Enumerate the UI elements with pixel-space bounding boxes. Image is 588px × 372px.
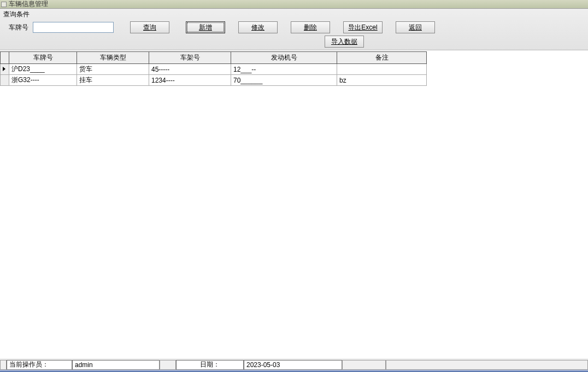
cell-engine[interactable]: 70______: [231, 75, 337, 86]
plate-input[interactable]: [33, 22, 114, 33]
col-header-type[interactable]: 车辆类型: [77, 52, 149, 64]
cell-remark[interactable]: bz: [337, 75, 427, 86]
delete-button[interactable]: 删除: [291, 21, 330, 33]
col-header-plate[interactable]: 车牌号: [9, 52, 77, 64]
row-selector-header: [1, 52, 9, 64]
table-row[interactable]: 浙G32---- 挂车 1234---- 70______ bz: [1, 75, 427, 86]
status-spacer: [160, 360, 176, 370]
export-button[interactable]: 导出Excel: [343, 21, 383, 33]
current-row-icon: [3, 67, 5, 71]
cell-type[interactable]: 货车: [77, 64, 149, 75]
vehicle-table[interactable]: 车牌号 车辆类型 车架号 发动机号 备注 沪D23____ 货车 45-----…: [0, 51, 427, 86]
search-button[interactable]: 查询: [130, 21, 169, 33]
add-button[interactable]: 新增: [186, 21, 225, 33]
status-operator-label: 当前操作员：: [7, 360, 72, 370]
control-menu-icon[interactable]: [1, 2, 7, 7]
window-bottom-edge: [0, 370, 588, 372]
status-date-label: 日期：: [176, 360, 244, 370]
col-header-vin[interactable]: 车架号: [149, 52, 231, 64]
status-spacer: [342, 360, 386, 370]
cell-plate[interactable]: 浙G32----: [9, 75, 77, 86]
col-header-engine[interactable]: 发动机号: [231, 52, 337, 64]
plate-label: 车牌号: [2, 23, 30, 32]
status-spacer: [386, 360, 588, 370]
cell-type[interactable]: 挂车: [77, 75, 149, 86]
edit-button[interactable]: 修改: [238, 21, 278, 33]
cell-plate[interactable]: 沪D23____: [9, 64, 77, 75]
cell-vin[interactable]: 45-----: [149, 64, 231, 75]
title-bar: 车辆信息管理: [0, 0, 588, 9]
cell-engine[interactable]: 12___--: [231, 64, 337, 75]
cell-vin[interactable]: 1234----: [149, 75, 231, 86]
status-spacer: [0, 360, 7, 370]
status-bar: 当前操作员： admin 日期： 2023-05-03: [0, 359, 588, 370]
table-header-row: 车牌号 车辆类型 车架号 发动机号 备注: [1, 52, 427, 64]
status-date-value: 2023-05-03: [244, 360, 342, 370]
row-indicator-cell[interactable]: [1, 64, 9, 75]
import-button[interactable]: 导入数据: [325, 36, 364, 48]
query-panel-label: 查询条件: [3, 10, 586, 19]
query-panel: 查询条件 车牌号 查询 新增 修改 删除 导出Excel 返回 导入数据: [0, 9, 588, 50]
table-row[interactable]: 沪D23____ 货车 45----- 12___--: [1, 64, 427, 75]
window-title: 车辆信息管理: [9, 0, 48, 9]
col-header-remark[interactable]: 备注: [337, 52, 427, 64]
back-button[interactable]: 返回: [396, 21, 435, 33]
cell-remark[interactable]: [337, 64, 427, 75]
status-operator-value: admin: [72, 360, 160, 370]
row-indicator-cell[interactable]: [1, 75, 9, 86]
table-body: 沪D23____ 货车 45----- 12___-- 浙G32---- 挂车 …: [1, 64, 427, 86]
